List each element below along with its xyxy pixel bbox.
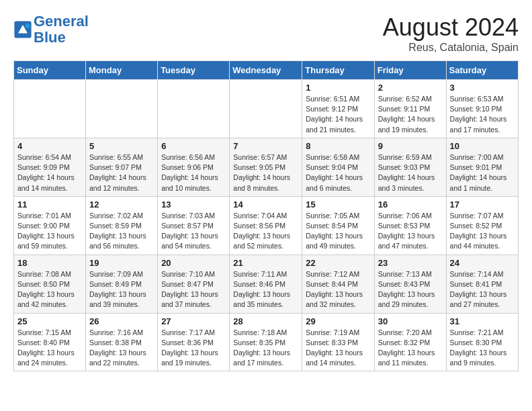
calendar-cell: 15Sunrise: 7:05 AM Sunset: 8:54 PM Dayli… [302, 196, 374, 255]
calendar-cell: 28Sunrise: 7:18 AM Sunset: 8:35 PM Dayli… [230, 313, 302, 371]
calendar-cell: 21Sunrise: 7:11 AM Sunset: 8:46 PM Dayli… [230, 255, 302, 313]
day-detail: Sunrise: 7:17 AM Sunset: 8:36 PM Dayligh… [161, 328, 226, 369]
day-detail: Sunrise: 6:54 AM Sunset: 9:09 PM Dayligh… [17, 152, 82, 193]
calendar-cell: 16Sunrise: 7:06 AM Sunset: 8:53 PM Dayli… [374, 196, 446, 255]
day-detail: Sunrise: 7:21 AM Sunset: 8:30 PM Dayligh… [450, 328, 515, 369]
day-detail: Sunrise: 7:13 AM Sunset: 8:43 PM Dayligh… [378, 269, 443, 310]
day-detail: Sunrise: 7:04 AM Sunset: 8:56 PM Dayligh… [233, 211, 298, 252]
day-detail: Sunrise: 7:08 AM Sunset: 8:50 PM Dayligh… [17, 269, 82, 310]
day-number: 20 [161, 258, 226, 268]
calendar-week-4: 18Sunrise: 7:08 AM Sunset: 8:50 PM Dayli… [14, 255, 519, 313]
day-detail: Sunrise: 6:51 AM Sunset: 9:12 PM Dayligh… [306, 94, 370, 135]
calendar-cell: 20Sunrise: 7:10 AM Sunset: 8:47 PM Dayli… [158, 255, 230, 313]
day-number: 17 [450, 199, 515, 210]
day-detail: Sunrise: 7:02 AM Sunset: 8:59 PM Dayligh… [89, 211, 154, 252]
day-detail: Sunrise: 7:07 AM Sunset: 8:52 PM Dayligh… [450, 211, 515, 252]
day-number: 26 [89, 316, 154, 326]
logo: General Blue [13, 13, 89, 46]
calendar-cell: 18Sunrise: 7:08 AM Sunset: 8:50 PM Dayli… [14, 255, 86, 313]
calendar-cell: 4Sunrise: 6:54 AM Sunset: 9:09 PM Daylig… [14, 138, 86, 196]
calendar-cell: 30Sunrise: 7:20 AM Sunset: 8:32 PM Dayli… [374, 313, 446, 371]
day-number: 8 [306, 141, 370, 151]
svg-point-2 [26, 24, 30, 28]
calendar-cell: 1Sunrise: 6:51 AM Sunset: 9:12 PM Daylig… [302, 80, 374, 138]
calendar-cell: 24Sunrise: 7:14 AM Sunset: 8:41 PM Dayli… [446, 255, 518, 313]
day-number: 14 [233, 199, 298, 210]
day-detail: Sunrise: 7:11 AM Sunset: 8:46 PM Dayligh… [233, 269, 298, 310]
day-number: 31 [450, 316, 515, 326]
calendar-cell: 13Sunrise: 7:03 AM Sunset: 8:57 PM Dayli… [158, 196, 230, 255]
calendar-cell: 17Sunrise: 7:07 AM Sunset: 8:52 PM Dayli… [446, 196, 518, 255]
day-number: 28 [233, 316, 298, 326]
calendar-cell [230, 80, 302, 138]
day-number: 19 [89, 258, 154, 268]
day-detail: Sunrise: 7:00 AM Sunset: 9:01 PM Dayligh… [450, 152, 515, 193]
day-detail: Sunrise: 6:58 AM Sunset: 9:04 PM Dayligh… [306, 152, 370, 193]
calendar-cell [14, 80, 86, 138]
day-detail: Sunrise: 7:06 AM Sunset: 8:53 PM Dayligh… [378, 211, 443, 252]
calendar-cell: 29Sunrise: 7:19 AM Sunset: 8:33 PM Dayli… [302, 313, 374, 371]
calendar-cell: 2Sunrise: 6:52 AM Sunset: 9:11 PM Daylig… [374, 80, 446, 138]
weekday-monday: Monday [86, 61, 158, 80]
day-number: 29 [306, 316, 370, 326]
day-detail: Sunrise: 7:19 AM Sunset: 8:33 PM Dayligh… [306, 328, 370, 369]
calendar-cell: 19Sunrise: 7:09 AM Sunset: 8:49 PM Dayli… [86, 255, 158, 313]
day-detail: Sunrise: 7:05 AM Sunset: 8:54 PM Dayligh… [306, 211, 370, 252]
logo-line1: General [34, 13, 89, 30]
calendar-week-3: 11Sunrise: 7:01 AM Sunset: 9:00 PM Dayli… [14, 196, 519, 255]
calendar-cell: 25Sunrise: 7:15 AM Sunset: 8:40 PM Dayli… [14, 313, 86, 371]
day-number: 27 [161, 316, 226, 326]
day-number: 10 [450, 141, 515, 151]
calendar-body: 1Sunrise: 6:51 AM Sunset: 9:12 PM Daylig… [14, 80, 519, 371]
day-detail: Sunrise: 7:12 AM Sunset: 8:44 PM Dayligh… [306, 269, 370, 310]
day-number: 15 [306, 199, 370, 210]
day-number: 2 [378, 83, 443, 93]
calendar-cell: 11Sunrise: 7:01 AM Sunset: 9:00 PM Dayli… [14, 196, 86, 255]
calendar-cell: 22Sunrise: 7:12 AM Sunset: 8:44 PM Dayli… [302, 255, 374, 313]
day-detail: Sunrise: 6:57 AM Sunset: 9:05 PM Dayligh… [233, 152, 298, 193]
day-number: 5 [89, 141, 154, 151]
weekday-wednesday: Wednesday [230, 61, 302, 80]
day-detail: Sunrise: 7:15 AM Sunset: 8:40 PM Dayligh… [17, 328, 82, 369]
day-detail: Sunrise: 7:20 AM Sunset: 8:32 PM Dayligh… [378, 328, 443, 369]
calendar-cell: 5Sunrise: 6:55 AM Sunset: 9:07 PM Daylig… [86, 138, 158, 196]
day-number: 9 [378, 141, 443, 151]
day-number: 6 [161, 141, 226, 151]
day-number: 12 [89, 199, 154, 210]
calendar-cell: 23Sunrise: 7:13 AM Sunset: 8:43 PM Dayli… [374, 255, 446, 313]
day-detail: Sunrise: 6:55 AM Sunset: 9:07 PM Dayligh… [89, 152, 154, 193]
calendar-cell: 3Sunrise: 6:53 AM Sunset: 9:10 PM Daylig… [446, 80, 518, 138]
calendar-cell: 10Sunrise: 7:00 AM Sunset: 9:01 PM Dayli… [446, 138, 518, 196]
calendar-cell: 6Sunrise: 6:56 AM Sunset: 9:06 PM Daylig… [158, 138, 230, 196]
weekday-thursday: Thursday [302, 61, 374, 80]
day-detail: Sunrise: 6:59 AM Sunset: 9:03 PM Dayligh… [378, 152, 443, 193]
day-number: 30 [378, 316, 443, 326]
calendar-cell: 9Sunrise: 6:59 AM Sunset: 9:03 PM Daylig… [374, 138, 446, 196]
page-header: General Blue August 2024 Reus, Catalonia… [13, 13, 519, 54]
calendar-cell: 26Sunrise: 7:16 AM Sunset: 8:38 PM Dayli… [86, 313, 158, 371]
day-detail: Sunrise: 7:18 AM Sunset: 8:35 PM Dayligh… [233, 328, 298, 369]
calendar-week-1: 1Sunrise: 6:51 AM Sunset: 9:12 PM Daylig… [14, 80, 519, 138]
main-title: August 2024 [383, 13, 519, 42]
calendar-header: SundayMondayTuesdayWednesdayThursdayFrid… [14, 61, 519, 80]
weekday-sunday: Sunday [14, 61, 86, 80]
day-number: 24 [450, 258, 515, 268]
day-detail: Sunrise: 7:01 AM Sunset: 9:00 PM Dayligh… [17, 211, 82, 252]
day-detail: Sunrise: 7:09 AM Sunset: 8:49 PM Dayligh… [89, 269, 154, 310]
day-detail: Sunrise: 7:10 AM Sunset: 8:47 PM Dayligh… [161, 269, 226, 310]
calendar-cell [86, 80, 158, 138]
day-number: 4 [17, 141, 82, 151]
day-number: 22 [306, 258, 370, 268]
weekday-header-row: SundayMondayTuesdayWednesdayThursdayFrid… [14, 61, 519, 80]
weekday-friday: Friday [374, 61, 446, 80]
logo-icon [13, 20, 32, 39]
weekday-saturday: Saturday [446, 61, 518, 80]
logo-line2: Blue [34, 29, 66, 46]
day-number: 1 [306, 83, 370, 93]
day-detail: Sunrise: 7:16 AM Sunset: 8:38 PM Dayligh… [89, 328, 154, 369]
calendar-week-2: 4Sunrise: 6:54 AM Sunset: 9:09 PM Daylig… [14, 138, 519, 196]
day-number: 16 [378, 199, 443, 210]
calendar-cell: 12Sunrise: 7:02 AM Sunset: 8:59 PM Dayli… [86, 196, 158, 255]
calendar-cell [158, 80, 230, 138]
day-number: 3 [450, 83, 515, 93]
